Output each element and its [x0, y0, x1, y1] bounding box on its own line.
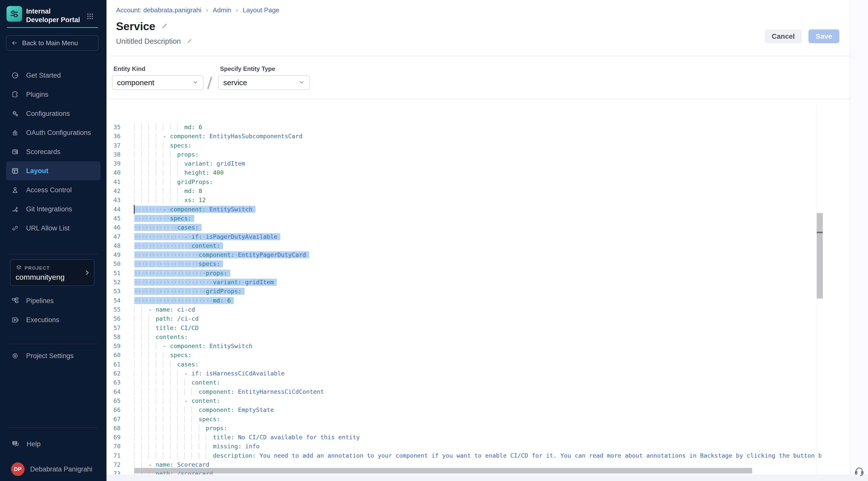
edit-description-icon[interactable] [186, 38, 193, 45]
url-allow-list-icon [11, 224, 19, 232]
line-number: 54 [106, 296, 121, 305]
code-line[interactable]: content: [134, 378, 821, 387]
selection-highlight: ··················specs: [134, 260, 223, 267]
line-number: 42 [106, 186, 121, 196]
breadcrumb-link-1[interactable]: Admin [213, 6, 231, 14]
line-number: 46 [106, 223, 121, 232]
page-title: Service [116, 20, 155, 33]
code-line[interactable]: specs: [134, 141, 821, 150]
sidebar-item-help[interactable]: ? Help [6, 434, 100, 454]
sidebar-item-oauth-configurations[interactable]: OAuth Configurations [6, 123, 100, 142]
cancel-button[interactable]: Cancel [765, 29, 802, 43]
sidebar: Internal Developer Portal Back to Main M… [0, 0, 106, 481]
code-line[interactable]: - component: EntitySwitch [134, 341, 821, 351]
sidebar-item-access-control[interactable]: Access Control [6, 180, 100, 200]
vertical-scrollbar-thumb[interactable] [817, 213, 823, 299]
line-number: 50 [106, 259, 121, 268]
selection-highlight: ················content: [134, 242, 223, 249]
code-line[interactable]: - if: isHarnessCiCdAvailable [134, 369, 821, 378]
entity-kind-label: Entity Kind [114, 65, 146, 72]
sidebar-item-layout[interactable]: Layout [6, 161, 100, 180]
save-button[interactable]: Save [808, 29, 839, 43]
back-to-main-menu-button[interactable]: Back to Main Menu [6, 35, 98, 51]
line-number: 40 [106, 168, 121, 177]
sidebar-item-label: Git Integrations [26, 205, 72, 213]
code-line[interactable]: - name: ci-cd [134, 305, 821, 314]
code-line[interactable]: description: You need to add an annotati… [134, 451, 821, 460]
entity-kind-select[interactable]: component [112, 76, 204, 90]
slash-divider [207, 77, 213, 89]
code-line[interactable]: title: No CI/CD available for this entit… [134, 433, 821, 442]
edit-title-icon[interactable] [160, 22, 168, 30]
line-number: 61 [106, 360, 121, 369]
access-control-icon [11, 186, 19, 194]
code-line[interactable]: ····················props: [134, 269, 821, 278]
code-line[interactable]: ······················variant:·gridItem [134, 278, 821, 287]
configurations-icon [11, 110, 19, 118]
line-number: 60 [106, 351, 121, 360]
code-line[interactable]: ················content: [134, 241, 821, 250]
code-line[interactable]: contents: [134, 332, 821, 341]
code-line[interactable]: path: /ci-cd [134, 314, 821, 323]
sidebar-item-label: Plugins [26, 91, 49, 98]
code-line[interactable]: md: 8 [134, 186, 821, 196]
code-line[interactable]: component: EntityHarnessCiCdContent [134, 387, 821, 396]
code-line[interactable]: md: 6 [134, 123, 821, 132]
code-line[interactable]: ············cases: [134, 223, 821, 232]
user-menu[interactable]: DP Debabrata Panigrahi [6, 460, 100, 479]
breadcrumb-link-0[interactable]: Account: debabrata.panigrahi [116, 6, 202, 14]
code-line[interactable]: ····················gridProps: [134, 287, 821, 296]
code-line[interactable]: ··········specs: [134, 214, 821, 223]
yaml-editor[interactable]: 3536373839404142434445464748495051525354… [106, 106, 821, 475]
sidebar-item-pipelines[interactable]: Pipelines [6, 291, 100, 310]
selection-highlight: ······················variant:·gridItem [134, 279, 277, 286]
code-line[interactable]: props: [134, 424, 821, 433]
code-line[interactable]: ··················specs: [134, 259, 821, 268]
apps-grid-icon[interactable] [86, 12, 94, 20]
sidebar-item-project-settings[interactable]: Project Settings [6, 346, 100, 365]
code-line[interactable]: gridProps: [134, 177, 821, 186]
code-line[interactable]: height: 400 [134, 168, 821, 177]
line-number: 57 [106, 324, 121, 332]
line-number: 44 [106, 205, 121, 214]
back-arrow-icon [11, 39, 18, 47]
code-line[interactable]: title: CI/CD [134, 324, 821, 332]
line-number: 73 [106, 469, 121, 475]
breadcrumb-link-2[interactable]: Layout Page [243, 6, 279, 14]
sidebar-item-git-integrations[interactable]: Git Integrations [6, 200, 100, 219]
code-line[interactable]: - content: [134, 396, 821, 405]
code-line[interactable]: specs: [134, 351, 821, 360]
sidebar-item-url-allow-list[interactable]: URL Allow List [6, 219, 100, 238]
project-selector[interactable]: PROJECT communityeng [10, 259, 94, 286]
right-gutter [850, 0, 868, 475]
code-line[interactable]: ··············-·if:·isPagerDutyAvailable [134, 232, 821, 241]
code-line[interactable]: missing: info [134, 442, 821, 451]
code-line[interactable]: variant: gridItem [134, 159, 821, 168]
avatar: DP [11, 462, 25, 476]
sidebar-item-executions[interactable]: Executions [6, 310, 100, 329]
entity-type-select[interactable]: service [218, 76, 310, 90]
svg-text:?: ? [14, 441, 16, 445]
editor-code[interactable]: md: 6 - component: EntityHasSubcomponent… [134, 123, 821, 475]
code-line[interactable]: ······················md:·6 [134, 296, 821, 305]
breadcrumb-separator: › [236, 6, 238, 14]
support-icon[interactable] [854, 465, 865, 478]
code-line[interactable]: cases: [134, 360, 821, 369]
sidebar-project-nav: PipelinesExecutions [0, 291, 106, 329]
code-line[interactable]: xs: 12 [134, 196, 821, 205]
sidebar-item-get-started[interactable]: Get Started [6, 66, 100, 85]
code-line[interactable]: ··················component:·EntityPager… [134, 250, 821, 259]
code-line[interactable]: specs: [134, 415, 821, 424]
help-icon: ? [11, 440, 20, 448]
sidebar-item-configurations[interactable]: Configurations [6, 104, 100, 123]
executions-icon [11, 316, 19, 324]
sidebar-item-scorecards[interactable]: Scorecards [6, 142, 100, 161]
code-line[interactable]: props: [134, 150, 821, 159]
code-line[interactable]: ········-·component:·EntitySwitch [134, 205, 821, 214]
line-number: 64 [106, 387, 121, 396]
horizontal-scrollbar-thumb[interactable] [134, 468, 752, 474]
code-line[interactable]: component: EmptyState [134, 405, 821, 414]
code-line[interactable]: - component: EntityHasSubcomponentsCard [134, 132, 821, 141]
sidebar-item-plugins[interactable]: Plugins [6, 85, 100, 104]
sidebar-item-label: Access Control [26, 186, 72, 194]
